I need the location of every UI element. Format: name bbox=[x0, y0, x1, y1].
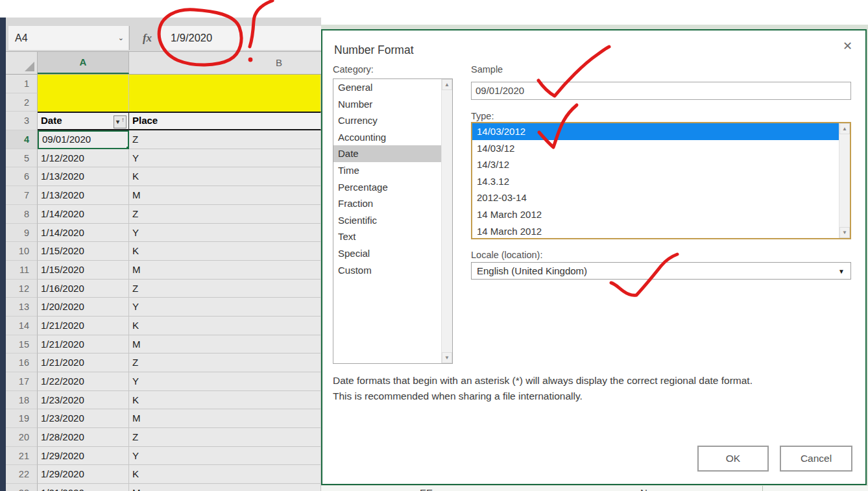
cell-A14[interactable]: 1/21/2020 bbox=[38, 317, 129, 335]
row-number-9[interactable]: 9 bbox=[6, 224, 38, 243]
cell-A8[interactable]: 1/14/2020 bbox=[38, 205, 129, 224]
cell-A22[interactable]: 1/29/2020 bbox=[38, 465, 129, 484]
cell-B3[interactable]: Place bbox=[129, 112, 321, 130]
close-icon[interactable]: ✕ bbox=[843, 39, 852, 53]
cell-A18[interactable]: 1/23/2020 bbox=[38, 391, 129, 410]
type-item-3[interactable]: 14.3.12 bbox=[472, 173, 839, 190]
category-item-percentage[interactable]: Percentage bbox=[333, 179, 441, 196]
category-item-accounting[interactable]: Accounting bbox=[333, 129, 441, 146]
cell-A13[interactable]: 1/20/2020 bbox=[38, 298, 129, 317]
cell-A2[interactable] bbox=[38, 93, 129, 112]
select-all-corner[interactable] bbox=[6, 52, 38, 74]
name-box[interactable]: A4 ⌄ bbox=[8, 26, 128, 50]
cell-B23[interactable]: M bbox=[129, 484, 321, 491]
locale-dropdown[interactable]: English (United Kingdom) ▼ bbox=[471, 262, 851, 280]
row-number-22[interactable]: 22 bbox=[6, 465, 38, 484]
row-number-2[interactable]: 2 bbox=[6, 93, 38, 112]
cell-A19[interactable]: 1/23/2020 bbox=[38, 409, 129, 428]
type-item-2[interactable]: 14/3/12 bbox=[472, 156, 839, 173]
cell-B14[interactable]: K bbox=[129, 317, 321, 335]
cell-A6[interactable]: 1/13/2020 bbox=[38, 167, 129, 186]
row-number-6[interactable]: 6 bbox=[6, 167, 38, 186]
row-number-4[interactable]: 4 bbox=[6, 130, 38, 149]
row-number-5[interactable]: 5 bbox=[6, 149, 38, 168]
formula-bar-input[interactable]: 1/9/2020 bbox=[160, 26, 321, 50]
type-item-1[interactable]: 14/03/12 bbox=[472, 140, 839, 157]
ok-button[interactable]: OK bbox=[697, 446, 769, 472]
category-item-time[interactable]: Time bbox=[333, 162, 441, 179]
cell-A17[interactable]: 1/22/2020 bbox=[38, 372, 129, 391]
cell-B9[interactable]: Y bbox=[129, 224, 321, 243]
category-item-date[interactable]: Date bbox=[333, 145, 441, 162]
cell-B16[interactable]: Z bbox=[129, 353, 321, 372]
cell-B8[interactable]: Z bbox=[129, 205, 321, 224]
cell-A9[interactable]: 1/14/2020 bbox=[38, 224, 129, 243]
column-header-a[interactable]: A bbox=[38, 52, 129, 74]
chevron-down-icon[interactable]: ⌄ bbox=[118, 26, 124, 50]
row-number-11[interactable]: 11 bbox=[6, 261, 38, 280]
cell-B1[interactable] bbox=[129, 75, 321, 93]
row-number-15[interactable]: 15 bbox=[6, 335, 38, 354]
row-number-10[interactable]: 10 bbox=[6, 242, 38, 261]
cell-A23[interactable]: 1/31/2020 bbox=[38, 484, 129, 491]
column-header-b[interactable]: B bbox=[129, 52, 321, 74]
cell-B19[interactable]: M bbox=[129, 409, 321, 428]
cell-B12[interactable]: Z bbox=[129, 280, 321, 298]
cell-A7[interactable]: 1/13/2020 bbox=[38, 186, 129, 205]
type-listbox[interactable]: 14/03/201214/03/1214/3/1214.3.122012-03-… bbox=[471, 122, 851, 239]
cell-A5[interactable]: 1/12/2020 bbox=[38, 149, 129, 168]
category-item-fraction[interactable]: Fraction bbox=[333, 195, 441, 212]
row-number-3[interactable]: 3 bbox=[6, 112, 38, 130]
cell-B18[interactable]: K bbox=[129, 391, 321, 410]
cell-A10[interactable]: 1/15/2020 bbox=[38, 242, 129, 261]
category-item-general[interactable]: General bbox=[333, 79, 441, 96]
category-item-scientific[interactable]: Scientific bbox=[333, 212, 441, 229]
cancel-button[interactable]: Cancel bbox=[780, 446, 852, 472]
cell-A21[interactable]: 1/29/2020 bbox=[38, 447, 129, 466]
cell-B10[interactable]: K bbox=[129, 242, 321, 261]
cell-B21[interactable]: Y bbox=[129, 447, 321, 466]
cell-A12[interactable]: 1/16/2020 bbox=[38, 280, 129, 298]
type-item-5[interactable]: 14 March 2012 bbox=[472, 206, 839, 223]
cell-B13[interactable]: Y bbox=[129, 298, 321, 317]
cell-A20[interactable]: 1/28/2020 bbox=[38, 428, 129, 447]
cell-B2[interactable] bbox=[129, 93, 321, 112]
type-item-6[interactable]: 14 March 2012 bbox=[472, 223, 839, 240]
row-number-12[interactable]: 12 bbox=[6, 280, 38, 298]
cell-A15[interactable]: 1/21/2020 bbox=[38, 335, 129, 354]
cell-A11[interactable]: 1/15/2020 bbox=[38, 261, 129, 280]
row-number-20[interactable]: 20 bbox=[6, 428, 38, 447]
row-number-7[interactable]: 7 bbox=[6, 186, 38, 205]
category-scrollbar[interactable]: ▲ ▼ bbox=[441, 79, 452, 363]
category-item-text[interactable]: Text bbox=[333, 228, 441, 245]
row-number-14[interactable]: 14 bbox=[6, 317, 38, 335]
row-number-19[interactable]: 19 bbox=[6, 409, 38, 428]
scroll-up-icon[interactable]: ▲ bbox=[442, 79, 452, 90]
row-number-16[interactable]: 16 bbox=[6, 353, 38, 372]
filter-sort-icon[interactable]: ▾↑ bbox=[114, 115, 127, 128]
scroll-down-icon[interactable]: ▼ bbox=[442, 352, 452, 363]
row-number-18[interactable]: 18 bbox=[6, 391, 38, 410]
cell-A16[interactable]: 1/21/2020 bbox=[38, 353, 129, 372]
row-number-8[interactable]: 8 bbox=[6, 205, 38, 224]
cell-B5[interactable]: Y bbox=[129, 149, 321, 168]
cell-B6[interactable]: K bbox=[129, 167, 321, 186]
cell-A1[interactable] bbox=[38, 75, 129, 93]
category-listbox[interactable]: GeneralNumberCurrencyAccountingDateTimeP… bbox=[333, 78, 453, 364]
category-item-currency[interactable]: Currency bbox=[333, 112, 441, 129]
row-number-23[interactable]: 23 bbox=[6, 484, 38, 491]
row-number-1[interactable]: 1 bbox=[6, 75, 38, 93]
cell-B11[interactable]: M bbox=[129, 261, 321, 280]
row-number-21[interactable]: 21 bbox=[6, 447, 38, 466]
cell-B15[interactable]: M bbox=[129, 335, 321, 354]
type-item-0[interactable]: 14/03/2012 bbox=[472, 123, 839, 140]
row-number-17[interactable]: 17 bbox=[6, 372, 38, 391]
category-item-special[interactable]: Special bbox=[333, 245, 441, 262]
fx-icon[interactable]: fx bbox=[136, 26, 159, 50]
cell-B7[interactable]: M bbox=[129, 186, 321, 205]
cell-B4[interactable]: Z bbox=[129, 130, 321, 149]
row-number-13[interactable]: 13 bbox=[6, 298, 38, 317]
type-scrollbar[interactable]: ▲ ▼ bbox=[839, 123, 850, 238]
type-item-4[interactable]: 2012-03-14 bbox=[472, 189, 839, 206]
category-item-custom[interactable]: Custom bbox=[333, 262, 441, 279]
